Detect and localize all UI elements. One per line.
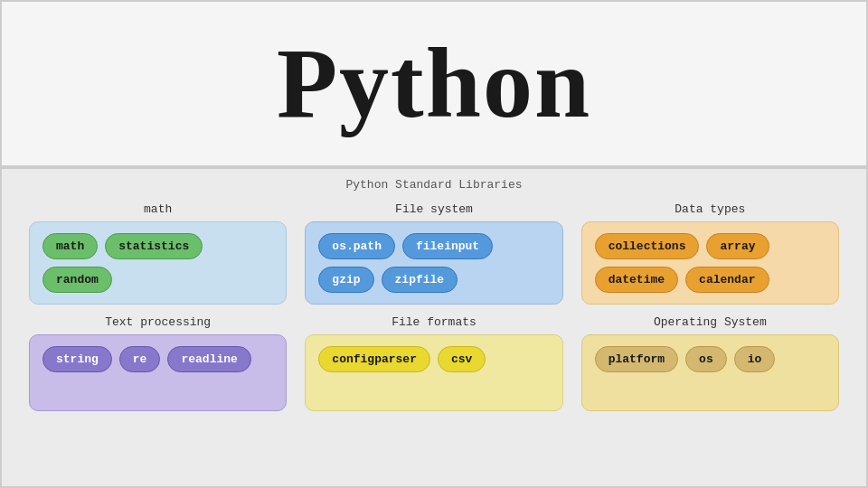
tag-collections: collections [595, 233, 700, 259]
category-block-os: Operating Systemplatformosio [581, 315, 839, 411]
tag-calendar: calendar [685, 267, 769, 293]
tag-math: math [42, 233, 98, 259]
categories-grid: mathmathstatisticsrandomFile systemos.pa… [29, 202, 839, 411]
tag-string: string [42, 346, 112, 372]
category-label-datatypes: Data types [675, 202, 745, 216]
category-block-math: mathmathstatisticsrandom [29, 202, 287, 305]
tag-platform: platform [595, 346, 678, 372]
tag-statistics: statistics [105, 233, 203, 259]
tag-re: re [119, 346, 161, 372]
panel-subtitle: Python Standard Libraries [29, 178, 839, 192]
category-label-textprocessing: Text processing [105, 315, 211, 329]
category-block-fileformats: File formatsconfigparsercsv [305, 315, 562, 411]
top-panel: Python [0, 0, 868, 167]
category-label-fileformats: File formats [392, 315, 476, 329]
tag-fileinput: fileinput [402, 233, 493, 259]
tag-array: array [706, 233, 769, 259]
category-label-os: Operating System [654, 315, 767, 329]
tag-io: io [734, 346, 776, 372]
tag-readline: readline [167, 346, 250, 372]
category-box-filesystem: os.pathfileinputgzipzipfile [305, 221, 562, 305]
category-block-filesystem: File systemos.pathfileinputgzipzipfile [305, 202, 562, 305]
tag-gzip: gzip [318, 267, 373, 293]
tag-os-path: os.path [318, 233, 395, 259]
category-box-math: mathstatisticsrandom [29, 221, 287, 305]
tag-zipfile: zipfile [382, 267, 458, 293]
category-block-datatypes: Data typescollectionsarraydatetimecalend… [581, 202, 839, 305]
tag-configparser: configparser [318, 346, 430, 372]
tag-os: os [685, 346, 727, 372]
page-title: Python [277, 26, 591, 141]
category-block-textprocessing: Text processingstringrereadline [29, 315, 287, 411]
tag-random: random [42, 267, 112, 293]
tag-csv: csv [438, 346, 486, 372]
category-label-filesystem: File system [395, 202, 473, 216]
bottom-panel: Python Standard Libraries mathmathstatis… [0, 167, 868, 488]
category-box-datatypes: collectionsarraydatetimecalendar [581, 221, 839, 305]
category-label-math: math [144, 202, 172, 216]
category-box-fileformats: configparsercsv [305, 334, 562, 411]
category-box-os: platformosio [581, 334, 839, 411]
category-box-textprocessing: stringrereadline [29, 334, 287, 411]
tag-datetime: datetime [595, 267, 678, 293]
